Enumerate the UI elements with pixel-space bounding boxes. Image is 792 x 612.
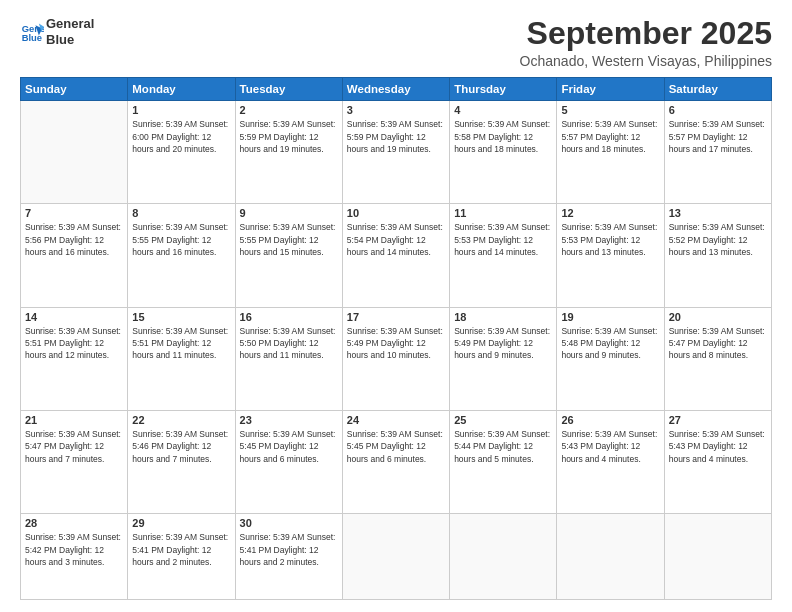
day-number: 14 [25,311,123,323]
logo-text-line1: General [46,16,94,32]
day-info: Sunrise: 5:39 AM Sunset: 5:57 PM Dayligh… [561,118,659,155]
day-info: Sunrise: 5:39 AM Sunset: 5:49 PM Dayligh… [454,325,552,362]
day-number: 13 [669,207,767,219]
header-saturday: Saturday [664,78,771,101]
day-number: 8 [132,207,230,219]
logo: General Blue General Blue [20,16,94,47]
day-number: 20 [669,311,767,323]
day-info: Sunrise: 5:39 AM Sunset: 5:58 PM Dayligh… [454,118,552,155]
calendar-cell: 11Sunrise: 5:39 AM Sunset: 5:53 PM Dayli… [450,204,557,307]
calendar-cell: 26Sunrise: 5:39 AM Sunset: 5:43 PM Dayli… [557,411,664,514]
header: General Blue General Blue September 2025… [20,16,772,69]
day-number: 29 [132,517,230,529]
day-info: Sunrise: 5:39 AM Sunset: 6:00 PM Dayligh… [132,118,230,155]
day-number: 1 [132,104,230,116]
day-info: Sunrise: 5:39 AM Sunset: 5:45 PM Dayligh… [240,428,338,465]
calendar-cell: 18Sunrise: 5:39 AM Sunset: 5:49 PM Dayli… [450,307,557,410]
day-info: Sunrise: 5:39 AM Sunset: 5:41 PM Dayligh… [132,531,230,568]
day-info: Sunrise: 5:39 AM Sunset: 5:47 PM Dayligh… [669,325,767,362]
day-number: 18 [454,311,552,323]
calendar-cell [557,514,664,600]
header-tuesday: Tuesday [235,78,342,101]
location: Ochanado, Western Visayas, Philippines [520,53,772,69]
calendar-cell: 2Sunrise: 5:39 AM Sunset: 5:59 PM Daylig… [235,101,342,204]
day-info: Sunrise: 5:39 AM Sunset: 5:56 PM Dayligh… [25,221,123,258]
day-info: Sunrise: 5:39 AM Sunset: 5:55 PM Dayligh… [240,221,338,258]
day-info: Sunrise: 5:39 AM Sunset: 5:44 PM Dayligh… [454,428,552,465]
calendar-cell: 3Sunrise: 5:39 AM Sunset: 5:59 PM Daylig… [342,101,449,204]
header-thursday: Thursday [450,78,557,101]
calendar-table: Sunday Monday Tuesday Wednesday Thursday… [20,77,772,600]
title-block: September 2025 Ochanado, Western Visayas… [520,16,772,69]
day-number: 22 [132,414,230,426]
day-number: 5 [561,104,659,116]
calendar-cell [664,514,771,600]
header-friday: Friday [557,78,664,101]
day-number: 26 [561,414,659,426]
day-number: 15 [132,311,230,323]
day-info: Sunrise: 5:39 AM Sunset: 5:43 PM Dayligh… [561,428,659,465]
day-info: Sunrise: 5:39 AM Sunset: 5:45 PM Dayligh… [347,428,445,465]
day-number: 7 [25,207,123,219]
calendar-cell: 16Sunrise: 5:39 AM Sunset: 5:50 PM Dayli… [235,307,342,410]
day-info: Sunrise: 5:39 AM Sunset: 5:55 PM Dayligh… [132,221,230,258]
day-number: 21 [25,414,123,426]
calendar-cell: 30Sunrise: 5:39 AM Sunset: 5:41 PM Dayli… [235,514,342,600]
day-info: Sunrise: 5:39 AM Sunset: 5:49 PM Dayligh… [347,325,445,362]
day-number: 24 [347,414,445,426]
day-info: Sunrise: 5:39 AM Sunset: 5:46 PM Dayligh… [132,428,230,465]
calendar-cell: 12Sunrise: 5:39 AM Sunset: 5:53 PM Dayli… [557,204,664,307]
calendar-cell: 14Sunrise: 5:39 AM Sunset: 5:51 PM Dayli… [21,307,128,410]
calendar-cell: 9Sunrise: 5:39 AM Sunset: 5:55 PM Daylig… [235,204,342,307]
day-info: Sunrise: 5:39 AM Sunset: 5:48 PM Dayligh… [561,325,659,362]
calendar-cell [450,514,557,600]
calendar-cell: 28Sunrise: 5:39 AM Sunset: 5:42 PM Dayli… [21,514,128,600]
day-number: 12 [561,207,659,219]
calendar-cell: 13Sunrise: 5:39 AM Sunset: 5:52 PM Dayli… [664,204,771,307]
calendar-cell: 22Sunrise: 5:39 AM Sunset: 5:46 PM Dayli… [128,411,235,514]
calendar-cell: 5Sunrise: 5:39 AM Sunset: 5:57 PM Daylig… [557,101,664,204]
logo-icon: General Blue [20,20,44,44]
day-info: Sunrise: 5:39 AM Sunset: 5:57 PM Dayligh… [669,118,767,155]
calendar-cell [21,101,128,204]
calendar-cell: 6Sunrise: 5:39 AM Sunset: 5:57 PM Daylig… [664,101,771,204]
day-info: Sunrise: 5:39 AM Sunset: 5:53 PM Dayligh… [454,221,552,258]
calendar-cell: 7Sunrise: 5:39 AM Sunset: 5:56 PM Daylig… [21,204,128,307]
day-number: 17 [347,311,445,323]
day-number: 10 [347,207,445,219]
day-info: Sunrise: 5:39 AM Sunset: 5:52 PM Dayligh… [669,221,767,258]
calendar-cell: 23Sunrise: 5:39 AM Sunset: 5:45 PM Dayli… [235,411,342,514]
day-info: Sunrise: 5:39 AM Sunset: 5:41 PM Dayligh… [240,531,338,568]
calendar-cell: 10Sunrise: 5:39 AM Sunset: 5:54 PM Dayli… [342,204,449,307]
calendar-cell: 24Sunrise: 5:39 AM Sunset: 5:45 PM Dayli… [342,411,449,514]
day-info: Sunrise: 5:39 AM Sunset: 5:51 PM Dayligh… [25,325,123,362]
day-number: 16 [240,311,338,323]
day-number: 23 [240,414,338,426]
calendar-cell: 17Sunrise: 5:39 AM Sunset: 5:49 PM Dayli… [342,307,449,410]
calendar-cell: 25Sunrise: 5:39 AM Sunset: 5:44 PM Dayli… [450,411,557,514]
day-number: 28 [25,517,123,529]
calendar-cell: 21Sunrise: 5:39 AM Sunset: 5:47 PM Dayli… [21,411,128,514]
day-info: Sunrise: 5:39 AM Sunset: 5:43 PM Dayligh… [669,428,767,465]
page: General Blue General Blue September 2025… [0,0,792,612]
day-info: Sunrise: 5:39 AM Sunset: 5:59 PM Dayligh… [240,118,338,155]
logo-text-line2: Blue [46,32,94,48]
month-title: September 2025 [520,16,772,51]
day-info: Sunrise: 5:39 AM Sunset: 5:42 PM Dayligh… [25,531,123,568]
day-info: Sunrise: 5:39 AM Sunset: 5:47 PM Dayligh… [25,428,123,465]
calendar-cell: 4Sunrise: 5:39 AM Sunset: 5:58 PM Daylig… [450,101,557,204]
day-number: 27 [669,414,767,426]
calendar-cell: 27Sunrise: 5:39 AM Sunset: 5:43 PM Dayli… [664,411,771,514]
day-number: 3 [347,104,445,116]
calendar-cell: 1Sunrise: 5:39 AM Sunset: 6:00 PM Daylig… [128,101,235,204]
day-number: 2 [240,104,338,116]
day-number: 19 [561,311,659,323]
day-info: Sunrise: 5:39 AM Sunset: 5:54 PM Dayligh… [347,221,445,258]
calendar-cell: 29Sunrise: 5:39 AM Sunset: 5:41 PM Dayli… [128,514,235,600]
calendar-cell: 15Sunrise: 5:39 AM Sunset: 5:51 PM Dayli… [128,307,235,410]
header-monday: Monday [128,78,235,101]
header-wednesday: Wednesday [342,78,449,101]
calendar-cell: 20Sunrise: 5:39 AM Sunset: 5:47 PM Dayli… [664,307,771,410]
calendar-cell: 8Sunrise: 5:39 AM Sunset: 5:55 PM Daylig… [128,204,235,307]
header-sunday: Sunday [21,78,128,101]
